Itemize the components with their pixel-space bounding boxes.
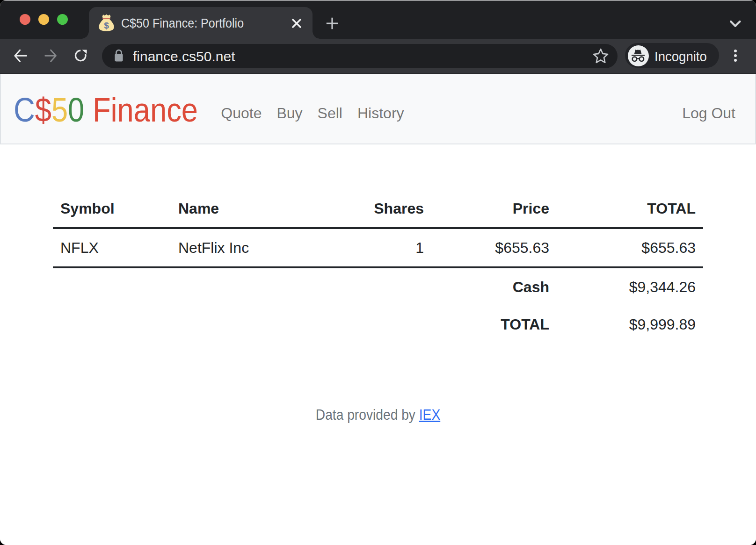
- svg-text:$: $: [104, 21, 109, 30]
